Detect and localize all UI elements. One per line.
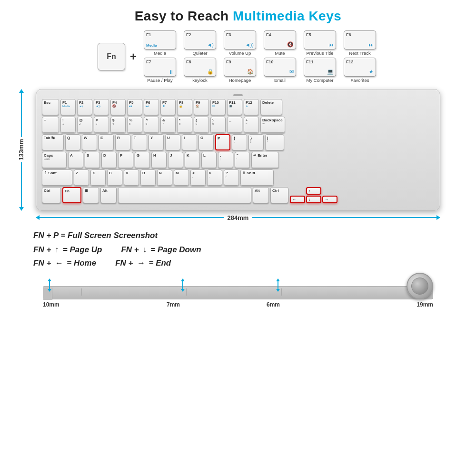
key-windows: ⊞ bbox=[83, 187, 99, 203]
fn-keys-row-1: F1 Media Media F2 ◄) Quieter F3 ◄)) bbox=[141, 30, 378, 56]
key-p: P bbox=[215, 134, 230, 150]
key-inline-up: ↑ bbox=[55, 245, 59, 255]
key-b: B bbox=[140, 169, 156, 186]
scroll-wheel-inner bbox=[411, 278, 428, 295]
fn-keys-row-2: F7 ⏸ Pause / Play F8 🔒 keylock F9 🏠 bbox=[141, 58, 378, 83]
fn-key-f12-box: F12 ★ bbox=[344, 58, 376, 77]
key-f5: F5⏮ bbox=[127, 99, 142, 115]
key-alt-left: Alt bbox=[100, 187, 117, 203]
key-esc: Esc bbox=[42, 99, 59, 115]
fn-key-display: Fn bbox=[98, 43, 125, 70]
key-x: X bbox=[90, 169, 106, 186]
key-f10: F10✉ bbox=[210, 99, 226, 115]
key-fn-bottom: Fn bbox=[62, 187, 81, 203]
fn-key-f1: F1 Media Media bbox=[141, 30, 178, 56]
key-shift-right: ⇧ Shift bbox=[240, 169, 274, 186]
key-d: D bbox=[101, 152, 117, 168]
fn-key-f8: F8 🔒 keylock bbox=[181, 58, 218, 83]
key-w: W bbox=[82, 134, 97, 150]
fn-key-f6: F6 ⏭ Next Track bbox=[341, 30, 378, 56]
key-slash: ?/ bbox=[224, 169, 239, 186]
key-f9: F9🏠 bbox=[194, 99, 209, 115]
key-5: %5 bbox=[127, 117, 142, 133]
fn-keys-grid: F1 Media Media F2 ◄) Quieter F3 ◄)) bbox=[141, 30, 378, 83]
fn-key-f8-box: F8 🔒 bbox=[184, 58, 216, 77]
key-comma: <, bbox=[190, 169, 206, 186]
key-tab: Tab ↹ bbox=[42, 134, 64, 150]
key-3: #3 bbox=[94, 117, 109, 133]
fn-key-f2: F2 ◄) Quieter bbox=[181, 30, 218, 56]
key-v: V bbox=[124, 169, 139, 186]
key-bracket-close: }] bbox=[248, 134, 264, 150]
key-row-fn: Esc F1Media F2◄) F3◄)) F4🔇 F5⏮ F6⏭ F7⏸ F… bbox=[42, 99, 434, 115]
dim-label-19mm: 19mm bbox=[416, 301, 433, 308]
key-arrow-up: ↑ bbox=[306, 187, 321, 195]
key-bracket-open: {[ bbox=[232, 134, 247, 150]
side-dim-10 bbox=[48, 278, 51, 292]
key-inline-left: ← bbox=[55, 258, 63, 268]
key-8: *8 bbox=[177, 117, 192, 133]
fn-key-f3-box: F3 ◄)) bbox=[224, 30, 256, 50]
key-h: H bbox=[151, 152, 167, 168]
keyboard-indicator bbox=[233, 94, 243, 96]
key-ctrl-right: Ctrl bbox=[270, 187, 288, 203]
fn-key-f3: F3 ◄)) Volume Up bbox=[221, 30, 258, 56]
fn-key-f9: F9 🏠 Homepage bbox=[221, 58, 258, 83]
key-6: ^6 bbox=[144, 117, 159, 133]
key-period: >. bbox=[207, 169, 222, 186]
key-n: N bbox=[157, 169, 172, 186]
key-alt-right: Alt bbox=[253, 187, 269, 203]
key-o: O bbox=[198, 134, 214, 150]
shortcut-pageup: FN + ↑ = Page Up bbox=[33, 245, 102, 255]
fn-key-f4-box: F4 🔇 bbox=[264, 30, 296, 50]
shortcut-end: FN + → = End bbox=[115, 258, 171, 268]
fn-key-f9-box: F9 🏠 bbox=[224, 58, 256, 77]
keyboard-wrapper: 133mm Esc F1Media F2◄) F3◄)) F4🔇 F5⏮ F6⏭… bbox=[36, 89, 440, 211]
fn-key-f2-box: F2 ◄) bbox=[184, 30, 216, 50]
shortcut-section: FN + P = Full Screen Screenshot FN + ↑ =… bbox=[24, 224, 452, 278]
key-f: F bbox=[118, 152, 133, 168]
key-ctrl-left: Ctrl bbox=[42, 187, 61, 203]
key-i: I bbox=[182, 134, 197, 150]
key-u: U bbox=[165, 134, 180, 150]
key-f4: F4🔇 bbox=[110, 99, 126, 115]
fn-key-f6-box: F6 ⏭ bbox=[344, 30, 376, 50]
key-y: Y bbox=[149, 134, 164, 150]
key-space bbox=[118, 187, 251, 203]
key-9: (9 bbox=[194, 117, 209, 133]
key-k: K bbox=[185, 152, 200, 168]
key-arrow-left: ← bbox=[290, 196, 305, 203]
side-dim-7 bbox=[181, 278, 185, 292]
dim-label-7mm: 7mm bbox=[167, 301, 180, 308]
key-s: S bbox=[85, 152, 100, 168]
key-a: A bbox=[68, 152, 83, 168]
key-enter: ↵ Enter bbox=[251, 152, 279, 168]
fn-key-f1-box: F1 Media bbox=[144, 30, 176, 50]
key-f2: F2◄) bbox=[77, 99, 92, 115]
key-m: M bbox=[174, 169, 189, 186]
key-inline-right: → bbox=[137, 258, 145, 268]
side-keyboard-view bbox=[43, 286, 433, 299]
key-arrow-down: ↓ bbox=[306, 196, 321, 203]
dim-arrow-bottom bbox=[19, 207, 24, 211]
key-c: C bbox=[107, 169, 122, 186]
key-f12: F12★ bbox=[244, 99, 259, 115]
key-f6: F6⏭ bbox=[144, 99, 159, 115]
key-r: R bbox=[115, 134, 130, 150]
fn-key-f10: F10 ✉ Email bbox=[261, 58, 298, 83]
key-tilde: ~` bbox=[42, 117, 59, 133]
fn-key-f7: F7 ⏸ Pause / Play bbox=[141, 58, 178, 83]
shortcut-pagedown: FN + ↓ = Page Down bbox=[121, 245, 201, 255]
key-row-zxcv: ⇧ Shift Z X C V B N M <, >. ?/ ⇧ Shift bbox=[42, 169, 434, 186]
key-2: @2 bbox=[77, 117, 92, 133]
shortcut-row-2: FN + ← = Home FN + → = End bbox=[33, 258, 443, 268]
shortcut-screenshot: FN + P = Full Screen Screenshot bbox=[33, 231, 443, 240]
arrow-keys-group: ↑ ← ↓ → bbox=[290, 187, 337, 203]
fn-key-f4: F4 🔇 Mute bbox=[261, 30, 298, 56]
key-shift-left: ⇧ Shift bbox=[42, 169, 72, 186]
dim-label-height: 133mm bbox=[18, 139, 25, 160]
key-0: )0 bbox=[210, 117, 226, 133]
fn-key-f5: F5 ⏮ Previous Title bbox=[301, 30, 338, 56]
dim-label-width: 284mm bbox=[228, 214, 249, 221]
key-row-asdf: CapsLock A S D F G H J K L :; "' ↵ Enter bbox=[42, 152, 434, 168]
